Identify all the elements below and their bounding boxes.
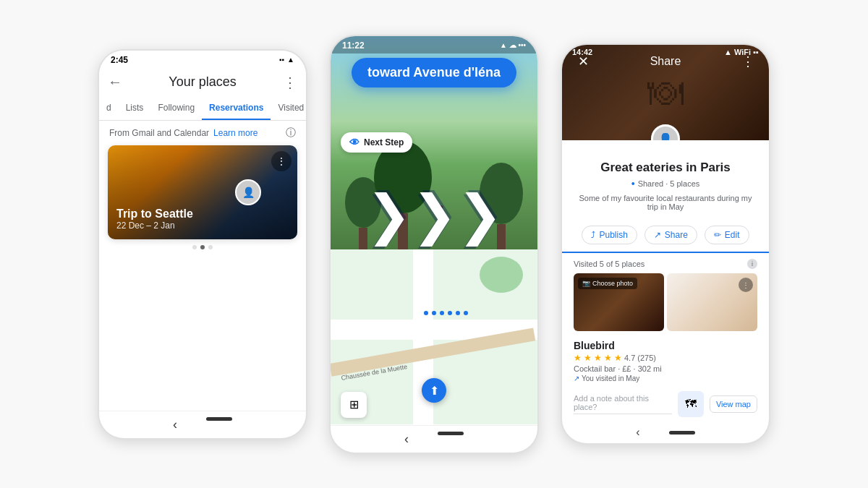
choose-photo-button[interactable]: 📷 Choose photo [578,278,637,289]
star-4: ★ [604,353,612,363]
share-button[interactable]: ↗ Share [644,226,697,244]
more-options-button[interactable]: ⋮ [283,74,297,91]
banner-text: From Gmail and Calendar [109,128,209,138]
home-indicator [206,417,232,421]
status-icons-1: ▪▪ ▲ [279,56,294,64]
status-bar-1: 2:45 ▪▪ ▲ [99,51,306,68]
restaurant-name: Bluebird [574,340,757,351]
signal-icon-2: ▲ ☁ ••• [500,41,526,49]
phone-3: 🍽 ✕ Share ⋮ 14:42 ▲ WiFi ▪▪ 👤 Great eate… [561,43,770,445]
dotted-path [424,311,468,315]
card-more-button[interactable]: ⋮ [271,151,292,171]
card-avatar: 👤 [235,179,261,205]
visited-text: Visited 5 of 5 places [574,260,644,268]
restaurant-info: Bluebird ★ ★ ★ ★ ★ 4.7 (275) Cocktail ba… [562,337,769,387]
place-info: Great eateries in Paris • Shared · 5 pla… [562,140,769,226]
home-indicator-2 [438,432,464,435]
phone-1: 2:45 ▪▪ ▲ ← Your places ⋮ d Lists Follow… [98,49,307,440]
visited-count-bar: Visited 5 of 5 places i [562,259,769,273]
visited-month: You visited in May [582,374,639,382]
status-time-2: 11:22 [342,40,365,51]
photo-1-overlay: 📷 Choose photo [574,273,664,331]
card-title: Trip to Seattle [116,207,193,221]
ar-arrow-3: ❮ [457,188,503,242]
progress-divider [562,252,769,253]
location-pin: ⬆ [422,378,446,403]
gmail-banner: From Gmail and Calendar Learn more ⓘ [99,121,306,145]
eye-icon: 👁 [349,137,359,148]
camera-icon: 📷 [582,280,590,287]
photo-more-button[interactable]: ⋮ [739,278,753,292]
restaurant-details: Cocktail bar · ££ · 302 mi [574,364,757,373]
bottom-nav-3: ‹ [562,421,769,443]
info-icon[interactable]: ⓘ [286,127,296,140]
edit-label: Edit [725,230,740,240]
map-ghost-icon: 🗺 [678,391,704,417]
view-map-button[interactable]: View map [710,395,757,413]
map-green-area [480,257,523,293]
note-input[interactable]: Add a note about this place? [574,394,672,414]
star-2: ★ [584,353,592,363]
status-bar-3: 14:42 ▲ WiFi ▪▪ [562,45,769,59]
nav-back-icon-2[interactable]: ‹ [404,432,409,447]
photo-1[interactable]: 📷 Choose photo [574,273,664,331]
bottom-nav-1: ‹ [99,411,306,438]
battery-icon: ▪▪ [279,56,284,64]
home-indicator-3 [669,431,695,435]
ar-arrow-1: ❮ [366,188,412,242]
note-row: Add a note about this place? 🗺 View map [562,387,769,421]
learn-more-link[interactable]: Learn more [213,128,258,138]
shared-text: Shared · 5 places [638,179,700,188]
tab-lists[interactable]: Lists [119,97,151,120]
status-bar-2: 11:22 ▲ ☁ ••• [331,36,537,53]
dot-1 [192,245,197,249]
action-buttons: ⤴ Publish ↗ Share ✏ Edit [562,226,769,244]
tab-visited[interactable]: Visited [271,97,306,120]
hero-image: 🍽 ✕ Share ⋮ 14:42 ▲ WiFi ▪▪ 👤 [562,45,769,140]
star-3: ★ [594,353,602,363]
signal-icon: ▲ [287,56,294,64]
phone-2: 11:22 ▲ ☁ ••• 🚶 toward Avenue d'Iéna [329,35,539,454]
card-date: 22 Dec – 2 Jan [116,221,193,231]
trend-icon: ↗ [574,374,579,382]
shared-info: • Shared · 5 places [574,178,757,189]
star-half: ★ [614,353,622,363]
tab-following[interactable]: Following [150,97,202,120]
next-step-button[interactable]: 👁 Next Step [341,132,412,153]
nav-back-icon-3[interactable]: ‹ [636,426,639,439]
status-time-1: 2:45 [111,55,128,65]
dot-2 [200,245,205,249]
shared-dot: • [631,178,635,189]
visited-tag: ↗ You visited in May [574,374,757,382]
page-title: Your places [131,74,274,90]
place-description: Some of my favourite local restaurants d… [574,194,757,211]
nav-back-icon[interactable]: ‹ [173,417,177,432]
publish-icon: ⤴ [591,230,595,240]
star-1: ★ [574,353,582,363]
rating-value: 4.7 [624,354,635,362]
back-button[interactable]: ← [108,74,122,90]
place-title: Great eateries in Paris [574,160,757,175]
visited-info-icon[interactable]: i [747,259,757,269]
tab-reservations[interactable]: Reservations [202,97,271,120]
status-icons-2: ▲ ☁ ••• [500,41,526,49]
status-icons-3: ▲ WiFi ▪▪ [724,48,759,56]
share-icon: ↗ [654,230,661,240]
tab-saved[interactable]: d [99,97,119,120]
publish-label: Publish [599,230,627,240]
restaurant-rating: ★ ★ ★ ★ ★ 4.7 (275) [574,353,757,363]
restaurant-photos: 📷 Choose photo ⋮ [562,273,769,337]
choose-photo-label: Choose photo [592,280,633,287]
reservation-card[interactable]: ⋮ 👤 Trip to Seattle 22 Dec – 2 Jan [108,145,297,239]
card-dots [99,239,306,255]
ar-arrows: ❮ ❮ ❮ [366,188,503,242]
publish-button[interactable]: ⤴ Publish [582,226,637,244]
share-label: Share [665,230,688,240]
ar-view: 🚶 toward Avenue d'Iéna ❮ ❮ ❮ 👁 Next Step [331,36,537,425]
dot-3 [208,245,213,249]
review-count: (275) [637,354,656,362]
edit-button[interactable]: ✏ Edit [705,226,749,244]
ar-arrow-2: ❮ [412,188,457,242]
layers-icon-button[interactable]: ⊞ [341,392,367,418]
photo-2[interactable]: ⋮ [667,273,757,331]
